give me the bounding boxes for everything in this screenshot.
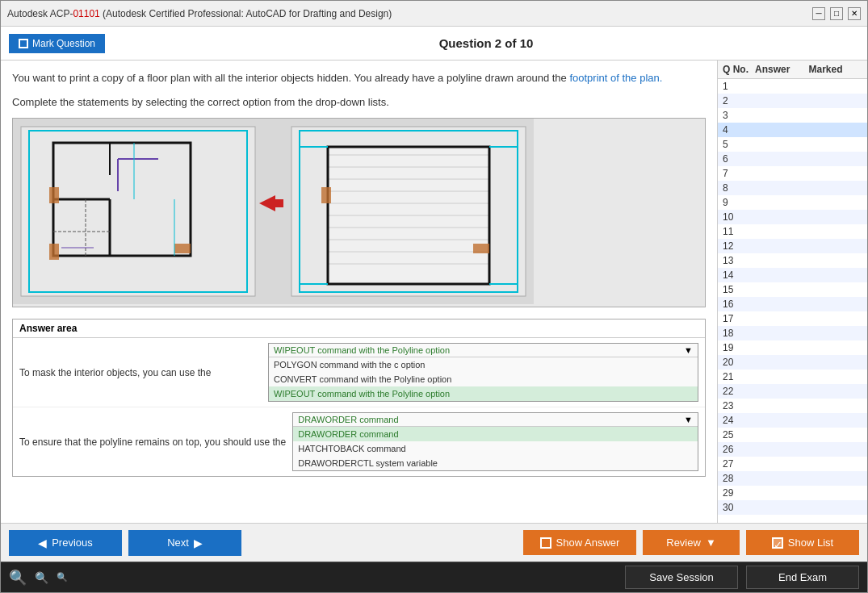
dropdown-option-1-1[interactable]: POLYGON command with the c option [269, 357, 698, 372]
answer-label-1: To mask the interior objects, you can us… [19, 367, 262, 378]
title-highlight: 01101 [73, 8, 99, 19]
svg-rect-18 [267, 199, 283, 207]
list-item[interactable]: 26 [718, 442, 867, 457]
list-item[interactable]: 27 [718, 457, 867, 471]
list-item[interactable]: 1 [718, 79, 867, 94]
dropdown-chevron-2: ▼ [684, 415, 693, 424]
app-window: Autodesk ACP-01101 (Autodesk Certified P… [0, 0, 868, 593]
review-button[interactable]: Review ▼ [643, 530, 740, 555]
answer-dropdown-2[interactable]: DRAWORDER command ▼ DRAWORDER command HA… [292, 412, 698, 471]
list-item[interactable]: 5 [718, 137, 867, 152]
show-list-label: Show List [788, 537, 833, 549]
show-answer-button[interactable]: Show Answer [523, 530, 636, 555]
question-sidebar: Q No. Answer Marked 1 2 3 4 5 6 7 8 9 10… [718, 61, 867, 523]
list-item[interactable]: 3 [718, 108, 867, 123]
list-item[interactable]: 2 [718, 94, 867, 108]
list-item[interactable]: 28 [718, 471, 867, 486]
question-instruction: Complete the statements by selecting the… [12, 94, 706, 111]
close-button[interactable]: ✕ [848, 7, 861, 20]
dropdown-selected-1: WIPEOUT command with the Polyline option [274, 345, 450, 355]
mark-button-label: Mark Question [32, 38, 95, 49]
end-label: End Exam [778, 571, 827, 583]
question-text: You want to print a copy of a floor plan… [12, 70, 706, 86]
dropdown-option-2-3[interactable]: DRAWORDERCTL system variable [293, 456, 698, 470]
prev-arrow-icon: ◀ [38, 537, 47, 549]
next-arrow-icon: ▶ [194, 537, 203, 549]
list-item[interactable]: 16 [718, 297, 867, 311]
list-item[interactable]: 14 [718, 268, 867, 282]
dropdown-selected-2: DRAWORDER command [298, 415, 398, 424]
list-item[interactable]: 15 [718, 282, 867, 297]
title-bar: Autodesk ACP-01101 (Autodesk Certified P… [1, 1, 867, 27]
list-item[interactable]: 18 [718, 326, 867, 340]
list-item[interactable]: 29 [718, 486, 867, 500]
dropdown-option-1-3[interactable]: WIPEOUT command with the Polyline option [269, 386, 698, 401]
svg-rect-34 [473, 244, 489, 253]
list-item[interactable]: 7 [718, 166, 867, 181]
list-item[interactable]: 12 [718, 239, 867, 253]
list-item[interactable]: 13 [718, 253, 867, 268]
list-item[interactable]: 17 [718, 311, 867, 326]
zoom-normal-button[interactable]: 🔍 [35, 571, 48, 584]
show-answer-checkbox-icon [540, 537, 551, 549]
minimize-button[interactable]: ─ [812, 7, 825, 20]
zoom-out-button[interactable]: 🔍 [9, 569, 27, 587]
svg-rect-1 [21, 127, 255, 296]
answer-row-1: To mask the interior objects, you can us… [13, 338, 705, 407]
show-list-button[interactable]: ✓ Show List [746, 530, 859, 555]
sidebar-col-qno: Q No. [723, 64, 755, 75]
dropdown-trigger-1[interactable]: WIPEOUT command with the Polyline option… [269, 344, 698, 357]
show-list-checkbox-icon: ✓ [772, 537, 783, 549]
list-item[interactable]: 25 [718, 428, 867, 442]
window-title: Autodesk ACP-01101 (Autodesk Certified P… [7, 8, 392, 19]
save-session-button[interactable]: Save Session [625, 566, 738, 589]
dropdown-trigger-2[interactable]: DRAWORDER command ▼ [293, 413, 698, 427]
question-line2: footprint of the plan. [569, 72, 662, 84]
svg-rect-11 [174, 244, 191, 253]
list-item[interactable]: 30 [718, 500, 867, 515]
question-title: Question 2 of 10 [113, 36, 859, 50]
zoom-in-button[interactable]: 🔍 [57, 572, 68, 583]
main-content: You want to print a copy of a floor plan… [1, 61, 867, 523]
list-item[interactable]: 20 [718, 355, 867, 370]
list-item[interactable]: 22 [718, 384, 867, 399]
list-item[interactable]: 10 [718, 210, 867, 224]
sidebar-header: Q No. Answer Marked [718, 61, 867, 79]
list-item[interactable]: 23 [718, 399, 867, 413]
previous-label: Previous [52, 537, 93, 549]
dropdown-chevron-1: ▼ [684, 345, 693, 355]
list-item[interactable]: 8 [718, 181, 867, 195]
list-item[interactable]: 24 [718, 413, 867, 428]
next-button[interactable]: Next ▶ [128, 530, 241, 556]
question-panel: You want to print a copy of a floor plan… [1, 61, 718, 523]
maximize-button[interactable]: □ [830, 7, 843, 20]
save-label: Save Session [649, 571, 714, 583]
title-suffix: (Autodesk Certified Professional: AutoCA… [103, 8, 392, 19]
answer-area-title: Answer area [13, 319, 705, 338]
answer-row-2: To ensure that the polyline remains on t… [13, 407, 705, 476]
mark-checkbox-icon [19, 39, 28, 48]
list-item[interactable]: 19 [718, 340, 867, 355]
footer-bottom: 🔍 🔍 🔍 Save Session End Exam [1, 562, 867, 592]
svg-rect-33 [321, 187, 331, 203]
next-label: Next [167, 537, 189, 549]
end-exam-button[interactable]: End Exam [746, 566, 859, 589]
floor-plan-svg [13, 119, 534, 304]
dropdown-option-2-1[interactable]: DRAWORDER command [293, 427, 698, 441]
list-item[interactable]: 9 [718, 195, 867, 210]
answer-area-box: Answer area To mask the interior objects… [12, 319, 706, 477]
mark-question-button[interactable]: Mark Question [9, 34, 105, 53]
toolbar: Mark Question Question 2 of 10 [1, 27, 867, 61]
previous-button[interactable]: ◀ Previous [9, 530, 122, 556]
svg-rect-10 [49, 244, 59, 260]
window-controls: ─ □ ✕ [812, 7, 861, 20]
answer-dropdown-1[interactable]: WIPEOUT command with the Polyline option… [268, 343, 698, 402]
list-item[interactable]: 6 [718, 152, 867, 166]
sidebar-col-marked: Marked [809, 64, 863, 75]
list-item[interactable]: 11 [718, 224, 867, 239]
svg-rect-9 [49, 187, 59, 203]
list-item[interactable]: 21 [718, 370, 867, 384]
list-item[interactable]: 4 [718, 123, 867, 137]
dropdown-option-1-2[interactable]: CONVERT command with the Polyline option [269, 372, 698, 386]
dropdown-option-2-2[interactable]: HATCHTOBACK command [293, 441, 698, 456]
